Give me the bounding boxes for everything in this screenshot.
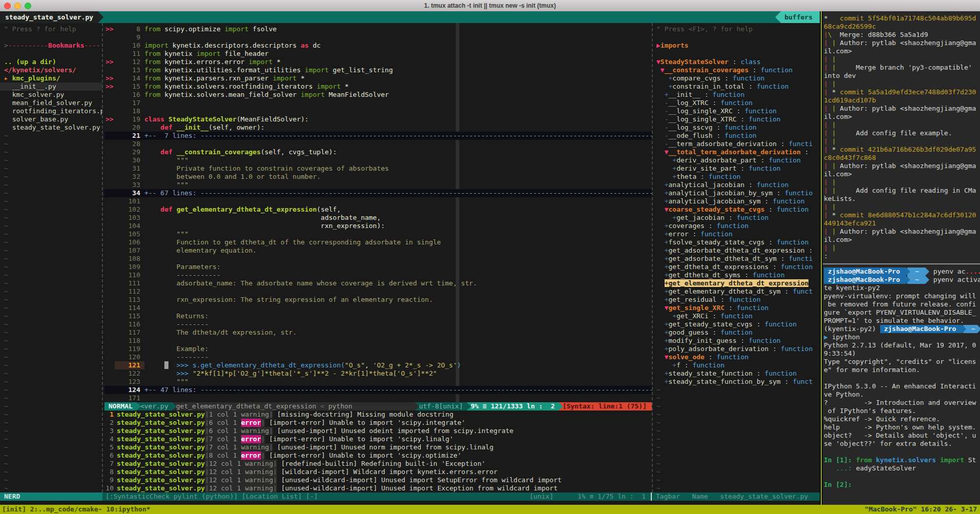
code-line-20[interactable]: 20 def __init__(self, owner): xyxy=(104,124,652,132)
code-line-107[interactable]: 107 elementary equation. xyxy=(104,246,652,255)
loclist-row[interactable]: 4steady_state_solver.py|7 col 1 error| [… xyxy=(104,435,652,443)
loclist-row[interactable]: 9steady_state_solver.py|12 col 1 warning… xyxy=(104,476,652,484)
tag-item[interactable]: -__log_single_XRC : function xyxy=(653,107,820,115)
buffers-label[interactable]: buffers xyxy=(775,11,820,23)
code-line-14[interactable]: >>14from kynetix.parsers.rxn_parser impo… xyxy=(104,74,652,83)
code-line-13[interactable]: 13from kynetix.utilities.format_utilitie… xyxy=(104,66,652,74)
code-line-11[interactable]: 11from kynetix import file_header xyxy=(104,50,652,58)
tag-item[interactable]: +deriv_adsorbate_part : function xyxy=(653,156,820,165)
code-line-34[interactable]: 34+-- 67 lines: ------------------------… xyxy=(104,189,652,197)
code-line-122[interactable]: 122 >>> "2*kf[1]*p['O2_g']*theta['*_s']*… xyxy=(104,369,652,378)
tree-item[interactable]: ▸ kmc_plugins/ xyxy=(0,74,102,83)
tag-item[interactable]: +good_guess : function xyxy=(653,328,820,337)
loclist-row[interactable]: 2steady_state_solver.py|6 col 1 error| [… xyxy=(104,419,652,427)
tag-item[interactable]: +get_residual : function xyxy=(653,296,820,304)
tag-item[interactable]: +get_jacobian : function xyxy=(653,214,820,222)
tag-item[interactable]: +steady_state_function : function xyxy=(653,369,820,378)
tag-item[interactable]: +__init__ : function xyxy=(653,91,820,99)
loclist-row[interactable]: 5steady_state_solver.py|7 col 1 warning|… xyxy=(104,443,652,451)
code-line-105[interactable]: 105 """ xyxy=(104,230,652,238)
tree-item[interactable]: kmc_solver.py xyxy=(0,91,102,99)
code-line-102[interactable]: 102 def get_elementary_dtheta_dt_express… xyxy=(104,205,652,214)
tag-item[interactable]: +modify_init_guess : function xyxy=(653,337,820,345)
code-line-113[interactable]: 113 rxn_expression: The string expressio… xyxy=(104,296,652,304)
tag-item[interactable]: -__term_adsorbate_derivation : functi xyxy=(653,140,820,148)
tag-item[interactable]: ▼coarse_steady_state_cvgs : function xyxy=(653,205,820,214)
tag-item[interactable]: +analytical_jacobian : function xyxy=(653,181,820,189)
code-line-18[interactable]: 18 xyxy=(104,107,652,115)
tag-item[interactable]: +error : function xyxy=(653,230,820,238)
code-line-28[interactable]: 28 xyxy=(104,140,652,148)
loclist-row[interactable]: 8steady_state_solver.py|12 col 1 warning… xyxy=(104,468,652,476)
tree-item[interactable] xyxy=(0,50,102,58)
tag-item[interactable]: -__log_XTRC : function xyxy=(653,99,820,107)
tag-item[interactable]: +get_dtheta_dt_syms : function xyxy=(653,271,820,279)
tag-item[interactable]: +compare_cvgs : function xyxy=(653,74,820,83)
loclist-row[interactable]: 7steady_state_solver.py|12 col 1 warning… xyxy=(104,460,652,468)
code-line-116[interactable]: 116 -------- xyxy=(104,320,652,328)
code-line-8[interactable]: >>8from scipy.optimize import fsolve xyxy=(104,25,652,33)
tree-item[interactable]: >----------Bookmarks---- xyxy=(0,42,102,50)
code-line-31[interactable]: 31 Private function to constrain coverag… xyxy=(104,165,652,173)
tmux-window-list[interactable]: [init] 2:..mp_code/cmake- 10:ipython* xyxy=(0,505,151,514)
code-line-118[interactable]: 118 xyxy=(104,337,652,345)
tree-item[interactable] xyxy=(0,33,102,42)
tag-item[interactable]: ▼get_single_XRC : function xyxy=(653,304,820,312)
loclist-row[interactable]: 1steady_state_solver.py|1 col 1 warning|… xyxy=(104,410,652,419)
tmux-pane-border-horizontal[interactable] xyxy=(823,263,980,264)
code-line-16[interactable]: 16from kynetix.solvers.mean_field_solver… xyxy=(104,91,652,99)
code-line-106[interactable]: 106 Function to get dtheta_dt of the cor… xyxy=(104,238,652,246)
tag-item[interactable]: +get_dtheta_dt_expressions : function xyxy=(653,263,820,271)
code-line-120[interactable]: 120 -------- xyxy=(104,353,652,361)
tag-item[interactable]: +get_adsorbate_dtheta_dt_sym : functi xyxy=(653,255,820,263)
tag-item[interactable]: +get_steady_state_cvgs : function xyxy=(653,320,820,328)
tag-item[interactable]: +analytical_jacobian_by_sym : functio xyxy=(653,189,820,197)
code-line-123[interactable]: 123 """ xyxy=(104,378,652,386)
code-line-124[interactable]: 124+-- 47 lines: -----------------------… xyxy=(104,386,652,394)
tag-item[interactable]: +get_elementary_dtheta_dt_sym : funct xyxy=(653,287,820,296)
tree-item[interactable]: __init__.py xyxy=(0,83,102,91)
code-line-117[interactable]: 117 The dtheta/dt expression, str. xyxy=(104,328,652,337)
code-line-108[interactable]: 108 xyxy=(104,255,652,263)
tag-item[interactable]: +coverages : function xyxy=(653,222,820,230)
code-line-171[interactable]: 171 xyxy=(104,394,652,402)
code-line-114[interactable]: 114 xyxy=(104,304,652,312)
tag-item[interactable]: ▶imports xyxy=(653,42,820,50)
tag-item[interactable]: ▼SteadyStateSolver : class xyxy=(653,58,820,66)
code-line-110[interactable]: 110 ----------- xyxy=(104,271,652,279)
tag-item[interactable]: ▼__constrain_coverages : function xyxy=(653,66,820,74)
window-separator[interactable] xyxy=(652,23,653,492)
code-line-101[interactable]: 101 xyxy=(104,197,652,205)
tag-item[interactable]: ▼__total_term_adsorbate_derivation : xyxy=(653,148,820,156)
tag-item[interactable] xyxy=(653,33,820,42)
code-line-109[interactable]: 109 Parameters: xyxy=(104,263,652,271)
code-line-19[interactable]: >>19class SteadyStateSolver(MeanFieldSol… xyxy=(104,115,652,124)
code-line-115[interactable]: 115 Returns: xyxy=(104,312,652,320)
tab-steady-state-solver[interactable]: steady_state_solver.py xyxy=(0,11,103,23)
tree-item[interactable]: </kynetix/solvers/ xyxy=(0,66,102,74)
tag-item[interactable]: +constrain_in_total : function xyxy=(653,83,820,91)
tag-item[interactable]: +steady_state_function_by_sym : funct xyxy=(653,378,820,386)
tag-item[interactable]: +poly_adsorbate_derivation : function xyxy=(653,345,820,353)
tag-item[interactable] xyxy=(653,50,820,58)
code-line-12[interactable]: >>12from kynetix.errors.error import * xyxy=(104,58,652,66)
code-line-112[interactable]: 112 xyxy=(104,287,652,296)
tag-item[interactable]: +get_XRCi : function xyxy=(653,312,820,320)
tree-item[interactable]: mean_field_solver.py xyxy=(0,99,102,107)
tag-item[interactable]: -__ode_flush : function xyxy=(653,132,820,140)
code-line-30[interactable]: 30 """ xyxy=(104,156,652,165)
loclist-row[interactable]: 6steady_state_solver.py|8 col 1 error| [… xyxy=(104,451,652,460)
tag-item[interactable]: -__log_sscvg : function xyxy=(653,124,820,132)
code-line-33[interactable]: 33 """ xyxy=(104,181,652,189)
tag-item[interactable]: ▼solve_ode : function xyxy=(653,353,820,361)
code-line-17[interactable]: 17 xyxy=(104,99,652,107)
tag-item[interactable]: +analytical_jacobian_sym : function xyxy=(653,197,820,205)
tag-item[interactable]: +deriv_site_part : function xyxy=(653,165,820,173)
tag-item[interactable]: " Press <F1>, ? for help xyxy=(653,25,820,33)
loclist-row[interactable]: 10steady_state_solver.py|12 col 1 warnin… xyxy=(104,484,652,492)
tree-item[interactable]: " Press ? for help xyxy=(0,25,102,33)
code-line-32[interactable]: 32 between 0.0 and 1.0 or total number. xyxy=(104,173,652,181)
code-line-119[interactable]: 119 Example: xyxy=(104,345,652,353)
code-line-103[interactable]: 103 adsorbate_name, xyxy=(104,214,652,222)
code-line-15[interactable]: >>15from kynetix.solvers.rootfinding_ite… xyxy=(104,83,652,91)
